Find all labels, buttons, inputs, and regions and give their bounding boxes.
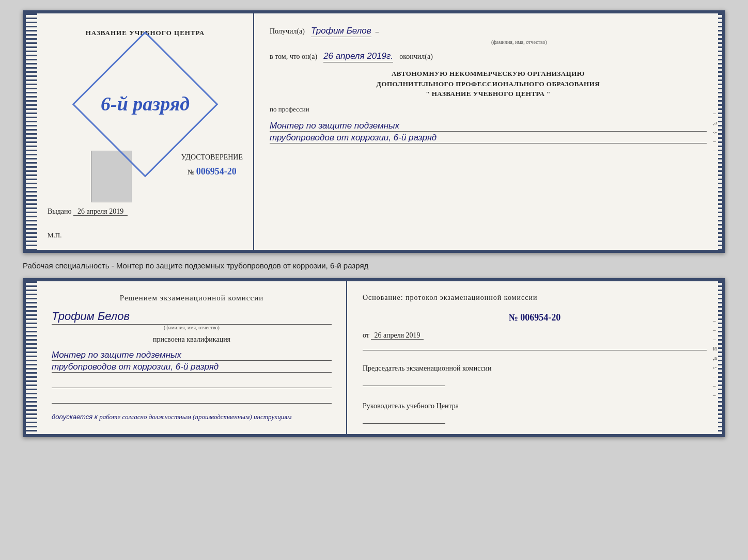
left-strip xyxy=(26,13,37,250)
protocol-date: от 26 апреля 2019 xyxy=(363,331,707,340)
org-block: АВТОНОМНУЮ НЕКОММЕРЧЕСКУЮ ОРГАНИЗАЦИЮ ДО… xyxy=(270,69,707,99)
bottom-name-block: Трофим Белов (фамилия, имя, отчество) xyxy=(52,310,332,330)
bottom-side-chars: – – – И ,а ‹- – – – xyxy=(713,317,717,398)
top-document: НАЗВАНИЕ УЧЕБНОГО ЦЕНТРА 6-й разряд УДОС… xyxy=(23,10,725,253)
divider-line xyxy=(363,350,707,350)
decision-label: Решением экзаменационной комиссии xyxy=(52,294,332,302)
profession-text: Монтер по защите подземных трубопроводов… xyxy=(270,120,707,143)
director-block: Руководитель учебного Центра xyxy=(363,401,707,424)
assigned-label: присвоена квалификация xyxy=(52,335,332,344)
bottom-document: Решением экзаменационной комиссии Трофим… xyxy=(23,278,725,437)
issued-row: Выдано 26 апреля 2019 xyxy=(48,207,128,216)
director-sig-line xyxy=(363,413,445,424)
qual-text: Монтер по защите подземных трубопроводов… xyxy=(52,349,332,373)
protocol-number: № 006954-20 xyxy=(363,312,707,323)
name-subtitle-top: (фамилия, имя, отчество) xyxy=(332,39,707,45)
admitted-text: допускается к работе согласно должностны… xyxy=(52,413,332,421)
bottom-doc-left: Решением экзаменационной комиссии Трофим… xyxy=(37,281,347,434)
cert-number: № 006954-20 xyxy=(181,166,243,177)
middle-text: Рабочая специальность - Монтер по защите… xyxy=(23,259,725,272)
bottom-right-strip xyxy=(718,281,722,434)
chairman-sig-line xyxy=(363,376,445,386)
side-chars: – ,а ‹- – – xyxy=(713,110,717,153)
top-doc-right: Получил(а) Трофим Белов – (фамилия, имя,… xyxy=(254,13,722,250)
mp-label: М.П. xyxy=(48,231,61,239)
underline-1 xyxy=(52,378,332,388)
right-side-strip xyxy=(718,13,722,250)
bottom-doc-right: Основание: протокол экзаменационной коми… xyxy=(347,281,722,434)
cert-label: УДОСТОВЕРЕНИЕ xyxy=(181,153,243,162)
stamp-text: 6-й разряд xyxy=(95,93,195,115)
chairman-block: Председатель экзаменационной комиссии xyxy=(363,363,707,386)
received-line: Получил(а) Трофим Белов – xyxy=(270,26,707,37)
in-that-line: в том, что он(а) 26 апреля 2019г. окончи… xyxy=(270,51,707,62)
bottom-left-strip xyxy=(26,281,37,434)
profession-label: по профессии xyxy=(270,105,707,114)
basis-title: Основание: протокол экзаменационной коми… xyxy=(363,294,707,302)
stamp-container: 6-й разряд xyxy=(93,47,197,161)
top-doc-left: НАЗВАНИЕ УЧЕБНОГО ЦЕНТРА 6-й разряд УДОС… xyxy=(37,13,254,250)
underline-2 xyxy=(52,393,332,404)
